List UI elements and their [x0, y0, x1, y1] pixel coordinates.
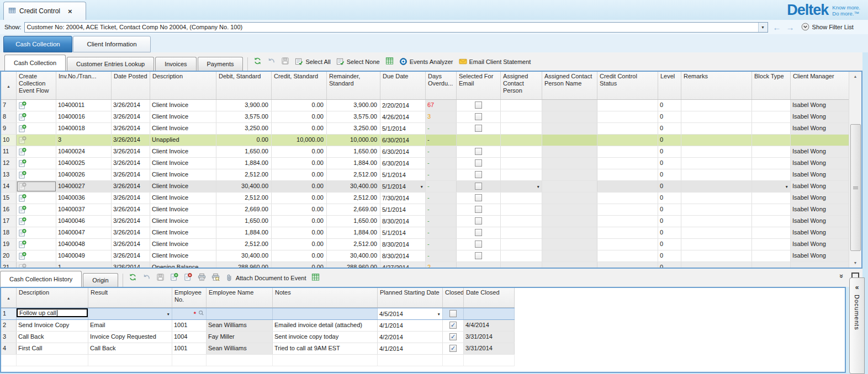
cell-create-event-flow[interactable]	[17, 250, 56, 261]
create-collection-event-icon[interactable]	[18, 159, 54, 168]
selected-for-email-checkbox[interactable]	[475, 148, 482, 155]
cell-description[interactable]: Opening Balance	[150, 262, 216, 268]
scroll-down-button[interactable]: ▼	[849, 258, 861, 268]
cell-debit[interactable]: 1,884.00	[216, 158, 272, 169]
cell-block-type[interactable]	[752, 169, 791, 180]
cell-inv-no[interactable]: 10400026	[56, 169, 112, 180]
cell-remarks[interactable]	[681, 181, 752, 192]
column-header[interactable]: Notes	[273, 288, 378, 307]
cell-assigned-contact-person-name[interactable]	[542, 227, 597, 238]
cell-closed[interactable]	[443, 332, 464, 343]
cell-result[interactable]: Invoice Copy Requested	[88, 332, 172, 343]
cell-inv-no[interactable]: 10400018	[56, 123, 112, 134]
cell-credit[interactable]: 0.00	[272, 262, 327, 268]
tab-origin[interactable]: Origin	[83, 273, 118, 287]
cell-description[interactable]: Client Invoice	[150, 193, 216, 204]
cell-credit[interactable]: 0.00	[272, 227, 327, 238]
cell-remainder[interactable]: 3,900.00	[327, 100, 380, 111]
cell-block-type[interactable]	[752, 123, 791, 134]
cell-description[interactable]: Client Invoice	[150, 169, 216, 180]
tab-cash-collection[interactable]: Cash Collection	[3, 36, 72, 52]
cell-block-type[interactable]	[752, 135, 791, 146]
cell-due-date[interactable]: 5/1/2014	[380, 227, 426, 238]
cell-client-manager[interactable]	[791, 135, 849, 146]
column-header[interactable]: Block Type	[752, 72, 791, 99]
create-collection-event-icon[interactable]	[18, 101, 54, 110]
cell-remainder[interactable]: 10,000.00	[327, 135, 380, 146]
cell-date-posted[interactable]: 3/26/2014	[112, 227, 150, 238]
create-collection-event-icon[interactable]	[18, 229, 54, 237]
cell-description[interactable]: Client Invoice	[150, 250, 216, 261]
cell-client-manager[interactable]: Isabel Wong	[791, 204, 849, 215]
cell-date-posted[interactable]: 3/26/2014	[112, 239, 150, 250]
cell-remarks[interactable]	[681, 123, 752, 134]
email-client-statement-button[interactable]: Email Client Statement	[459, 57, 531, 66]
select-none-button[interactable]: Select None	[336, 57, 380, 66]
row-number[interactable]: 14	[1, 181, 17, 192]
row-number[interactable]: 17	[1, 216, 17, 227]
vertical-scrollbar[interactable]: ▲ ▼	[849, 72, 861, 268]
cell-remarks[interactable]	[681, 227, 752, 238]
cell-assigned-contact-person[interactable]	[501, 262, 542, 268]
column-header[interactable]: Inv.No./Tran...	[56, 72, 112, 99]
cell-credit-control-status[interactable]	[597, 227, 658, 238]
cell-date-closed[interactable]: 4/4/2014	[464, 320, 515, 331]
cell-description[interactable]: Client Invoice	[150, 146, 216, 157]
dropdown-arrow-icon[interactable]: ▼	[419, 183, 424, 191]
create-collection-event-icon[interactable]	[18, 206, 54, 214]
create-collection-event-icon[interactable]	[18, 241, 54, 249]
selected-for-email-checkbox[interactable]	[475, 113, 482, 120]
cell-due-date[interactable]: 4/27/2014	[380, 262, 426, 268]
cell-days-overdue[interactable]: -	[426, 146, 457, 157]
invoice-row[interactable]: 15104000363/26/2014Client Invoice2,512.0…	[1, 193, 849, 204]
invoice-row[interactable]: 13104000263/26/2014Client Invoice2,512.0…	[1, 169, 849, 181]
cell-level[interactable]: 0	[658, 181, 681, 192]
cell-description[interactable]: Send Invoice Copy	[17, 320, 88, 331]
cell-remainder[interactable]: 1,884.00	[327, 227, 380, 238]
cell-credit[interactable]: 0.00	[272, 216, 327, 227]
row-number[interactable]: 21	[1, 262, 17, 268]
cell-planned-starting-date[interactable]: 4/1/2014	[378, 320, 443, 331]
cell-inv-no[interactable]: 10400011	[56, 100, 112, 111]
cell-assigned-contact-person[interactable]	[501, 100, 542, 111]
invoice-row[interactable]: 1033/26/2014Unapplied0.0010,000.0010,000…	[1, 135, 849, 146]
create-collection-event-icon[interactable]	[18, 125, 54, 133]
cell-create-event-flow[interactable]	[17, 204, 56, 215]
cell-result[interactable]: Email	[88, 320, 172, 331]
cell-debit[interactable]: 0.00	[216, 135, 272, 146]
tab-cash-collection-history[interactable]: Cash Collection History	[0, 271, 82, 287]
invoice-row[interactable]: 17104000463/26/2014Client Invoice1,650.0…	[1, 216, 849, 227]
cell-assigned-contact-person-name[interactable]	[542, 158, 597, 169]
selected-for-email-checkbox[interactable]	[475, 183, 482, 190]
column-header[interactable]: ▲	[1, 72, 17, 99]
cell-description[interactable]: First Call	[17, 343, 88, 354]
cell-planned-starting-date[interactable]: 4/1/2014	[378, 343, 443, 354]
row-number[interactable]: 9	[1, 123, 17, 134]
cell-assigned-contact-person[interactable]	[501, 250, 542, 261]
cell-credit[interactable]: 10,000.00	[272, 135, 327, 146]
cell-days-overdue[interactable]: -	[426, 193, 457, 204]
column-header[interactable]: Days Overdu...	[426, 72, 457, 99]
cell-description[interactable]: Client Invoice	[150, 239, 216, 250]
column-header[interactable]: Client Manager	[791, 72, 849, 99]
invoice-row[interactable]: 18104000473/26/2014Client Invoice1,884.0…	[1, 227, 849, 239]
scrollbar-thumb[interactable]	[850, 124, 861, 251]
window-tab-credit-control[interactable]: Credit Control ×	[3, 2, 86, 20]
selected-for-email-checkbox[interactable]	[475, 171, 482, 178]
create-collection-event-icon[interactable]	[18, 252, 54, 260]
cell-days-overdue[interactable]: -	[426, 123, 457, 134]
cell-credit-control-status[interactable]	[597, 216, 658, 227]
cell-block-type[interactable]	[752, 216, 791, 227]
cell-due-date[interactable]: 5/1/2014	[380, 123, 426, 134]
selected-for-email-checkbox[interactable]	[475, 206, 482, 213]
cell-client-manager[interactable]: Isabel Wong	[791, 227, 849, 238]
table-view-icon[interactable]	[385, 57, 394, 66]
cell-create-event-flow[interactable]	[17, 111, 56, 122]
cell-employee-no[interactable]: 1001	[172, 320, 207, 331]
cell-level[interactable]: 0	[658, 146, 681, 157]
cell-date-closed[interactable]: 3/31/2014	[464, 332, 515, 343]
cell-credit-control-status[interactable]	[597, 123, 658, 134]
cell-closed[interactable]	[443, 343, 464, 354]
cell-due-date[interactable]: 6/30/2014	[380, 158, 426, 169]
filter-combobox[interactable]: Customer No: 20004, ACE Ticket, Contact …	[24, 22, 768, 33]
